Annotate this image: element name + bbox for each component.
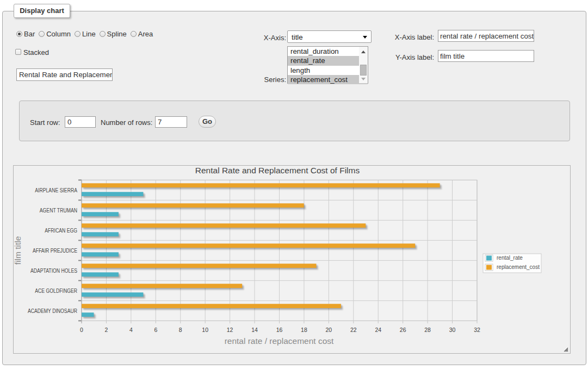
svg-text:2: 2 xyxy=(105,327,108,333)
svg-text:AGENT TRUMAN: AGENT TRUMAN xyxy=(40,208,77,214)
svg-text:ADAPTATION HOLES: ADAPTATION HOLES xyxy=(30,268,77,274)
svg-text:4: 4 xyxy=(129,327,133,333)
svg-text:Rental Rate and Replacement Co: Rental Rate and Replacement Cost of Film… xyxy=(195,166,360,175)
svg-text:replacement_cost: replacement_cost xyxy=(497,264,540,270)
svg-text:20: 20 xyxy=(326,327,332,333)
svg-text:10: 10 xyxy=(202,327,208,333)
svg-text:rental_rate: rental_rate xyxy=(497,255,523,261)
svg-text:0: 0 xyxy=(80,327,83,333)
svg-text:26: 26 xyxy=(400,327,406,333)
svg-text:AIRPLANE SIERRA: AIRPLANE SIERRA xyxy=(35,187,77,193)
svg-text:18: 18 xyxy=(301,327,307,333)
svg-text:ACE GOLDFINGER: ACE GOLDFINGER xyxy=(35,288,77,294)
svg-text:film title: film title xyxy=(13,236,22,265)
svg-text:28: 28 xyxy=(424,327,431,333)
svg-text:12: 12 xyxy=(227,327,233,333)
svg-text:AFFAIR PREJUDICE: AFFAIR PREJUDICE xyxy=(33,248,77,254)
svg-text:32: 32 xyxy=(474,327,480,333)
svg-text:30: 30 xyxy=(449,327,456,333)
svg-text:16: 16 xyxy=(276,327,283,333)
svg-text:ACADEMY DINOSAUR: ACADEMY DINOSAUR xyxy=(28,308,77,314)
svg-text:rental rate / replacement cost: rental rate / replacement cost xyxy=(225,336,334,346)
svg-text:24: 24 xyxy=(375,327,381,333)
svg-text:AFRICAN EGG: AFRICAN EGG xyxy=(45,228,77,234)
svg-text:6: 6 xyxy=(154,327,157,333)
svg-text:8: 8 xyxy=(179,327,182,333)
svg-text:14: 14 xyxy=(251,327,258,333)
svg-text:22: 22 xyxy=(350,327,357,333)
